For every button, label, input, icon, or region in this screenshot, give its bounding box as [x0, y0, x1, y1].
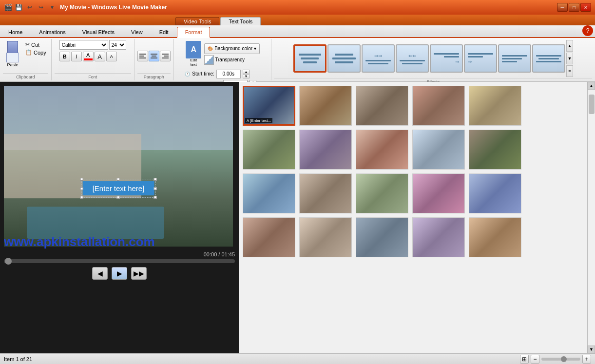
- handle-tl[interactable]: [80, 178, 83, 181]
- play-button[interactable]: ▶: [112, 267, 127, 280]
- tab-view[interactable]: View: [123, 27, 151, 37]
- start-time-up[interactable]: ▲: [243, 70, 250, 74]
- edit-text-button[interactable]: A Edittext: [185, 40, 202, 68]
- start-time-down[interactable]: ▼: [243, 74, 250, 78]
- effect-typewriter[interactable]: [532, 44, 565, 73]
- qat-redo[interactable]: ↪: [36, 3, 46, 12]
- font-shrink-button[interactable]: A: [106, 52, 117, 61]
- bg-color-arrow: ▾: [254, 46, 256, 51]
- font-color-button[interactable]: A: [83, 52, 94, 61]
- effect-scroll-right[interactable]: ⇒⇒: [362, 44, 395, 73]
- scroll-up-button[interactable]: ▲: [588, 82, 595, 90]
- zoom-in-button[interactable]: +: [582, 355, 591, 364]
- photo-thumb-11[interactable]: [243, 173, 295, 213]
- photo-thumb-20[interactable]: [469, 217, 521, 257]
- effects-scroll-arrows: ▲ ▼ ≡: [566, 40, 573, 77]
- photo-thumb-1[interactable]: A [Enter text...: [243, 86, 295, 126]
- photo-thumb-6[interactable]: [243, 130, 295, 170]
- font-family-select[interactable]: Calibri: [59, 40, 108, 50]
- copy-button[interactable]: 📋 Copy: [23, 49, 48, 56]
- photo-thumb-19[interactable]: [412, 217, 465, 257]
- photo-thumb-12[interactable]: [299, 173, 352, 213]
- photo-thumb-16[interactable]: [243, 217, 295, 257]
- handle-br[interactable]: [154, 196, 156, 199]
- minimize-button[interactable]: ─: [557, 3, 568, 12]
- handle-tr[interactable]: [154, 178, 156, 181]
- next-frame-button[interactable]: ▶▶: [131, 267, 147, 280]
- context-tab-video-tools[interactable]: Video Tools: [175, 17, 219, 25]
- effect-scroll-left[interactable]: ⇐⇐: [396, 44, 429, 73]
- photo-thumb-10[interactable]: [469, 130, 521, 170]
- handle-ml[interactable]: [80, 187, 83, 190]
- zoom-out-button[interactable]: −: [531, 355, 539, 364]
- start-time-input[interactable]: [216, 70, 241, 78]
- bold-button[interactable]: B: [59, 52, 70, 61]
- thumb-img-4: [413, 86, 464, 125]
- text-overlay[interactable]: [Enter text here]: [83, 181, 154, 195]
- cut-button[interactable]: ✂ Cut: [23, 41, 48, 48]
- tab-home[interactable]: Home: [0, 27, 31, 37]
- qat-save[interactable]: 💾: [14, 3, 23, 12]
- handle-mr[interactable]: [154, 187, 156, 190]
- photo-thumb-2[interactable]: [299, 86, 352, 126]
- scroll-track[interactable]: [588, 90, 595, 345]
- text-overlay-container[interactable]: [Enter text here]: [81, 179, 156, 198]
- tab-format[interactable]: Format: [177, 27, 211, 38]
- effects-scroll-up[interactable]: ▲: [566, 40, 573, 52]
- effects-expand[interactable]: ≡: [566, 65, 573, 77]
- photo-thumb-4[interactable]: [412, 86, 465, 126]
- handle-tm[interactable]: [117, 178, 120, 181]
- effect-fly-in[interactable]: ⇒: [430, 44, 463, 73]
- adjust-content: A Edittext 🎨 Background color ▾ Transpar…: [185, 40, 260, 89]
- effect-push-right[interactable]: ⇒: [464, 44, 497, 73]
- qat-more[interactable]: ▾: [47, 3, 57, 12]
- progress-bar[interactable]: [4, 259, 235, 263]
- effects-scroll-down[interactable]: ▼: [566, 53, 573, 64]
- font-grow-button[interactable]: A: [95, 52, 105, 61]
- photo-thumb-18[interactable]: [356, 217, 408, 257]
- photo-thumb-13[interactable]: [356, 173, 408, 213]
- effect-none[interactable]: [293, 44, 326, 73]
- bg-color-button[interactable]: 🎨 Background color ▾: [204, 43, 260, 54]
- ribbon-tab-bar: Home Animations Visual Effects View Edit…: [0, 25, 595, 38]
- italic-button[interactable]: I: [71, 52, 82, 61]
- photo-thumb-14[interactable]: [412, 173, 465, 213]
- restore-button[interactable]: □: [569, 3, 579, 12]
- align-right-button[interactable]: [160, 51, 171, 61]
- align-left-button[interactable]: [137, 51, 148, 61]
- tab-edit[interactable]: Edit: [151, 27, 177, 37]
- status-item-info: Item 1 of 21: [4, 356, 32, 362]
- handle-bm[interactable]: [117, 196, 120, 199]
- help-button[interactable]: ?: [582, 25, 593, 36]
- photo-thumb-7[interactable]: [299, 130, 352, 170]
- photo-thumb-9[interactable]: [412, 130, 465, 170]
- photo-area: A [Enter text...: [239, 82, 595, 353]
- photo-thumb-8[interactable]: [356, 130, 408, 170]
- tab-visual-effects[interactable]: Visual Effects: [74, 27, 123, 37]
- thumb-img-17: [300, 218, 351, 257]
- text-badge-1: A [Enter text...: [245, 118, 272, 123]
- close-button[interactable]: ✕: [580, 3, 591, 12]
- progress-thumb[interactable]: [5, 258, 12, 265]
- paste-button[interactable]: Paste: [3, 40, 22, 68]
- prev-frame-button[interactable]: ◀: [92, 267, 108, 280]
- copy-label: Copy: [34, 50, 46, 56]
- tab-animations[interactable]: Animations: [31, 27, 74, 37]
- zoom-thumb[interactable]: [561, 356, 567, 362]
- qat-undo[interactable]: ↩: [25, 3, 35, 12]
- effect-push-left[interactable]: [498, 44, 531, 73]
- font-size-select[interactable]: 24: [109, 40, 126, 50]
- context-tab-text-tools[interactable]: Text Tools: [220, 17, 261, 25]
- handle-bl[interactable]: [80, 196, 83, 199]
- effect-center[interactable]: [327, 44, 361, 73]
- photo-thumb-15[interactable]: [469, 173, 521, 213]
- scroll-thumb[interactable]: [589, 95, 595, 114]
- zoom-slider[interactable]: [541, 358, 580, 361]
- fit-to-window-button[interactable]: ⊞: [520, 355, 529, 364]
- align-center-button[interactable]: [149, 51, 159, 61]
- photo-thumb-3[interactable]: [356, 86, 408, 126]
- scroll-down-button[interactable]: ▼: [588, 345, 595, 353]
- photo-thumb-5[interactable]: [469, 86, 521, 126]
- time-display: 00:00 / 01:45: [4, 251, 235, 257]
- photo-thumb-17[interactable]: [299, 217, 352, 257]
